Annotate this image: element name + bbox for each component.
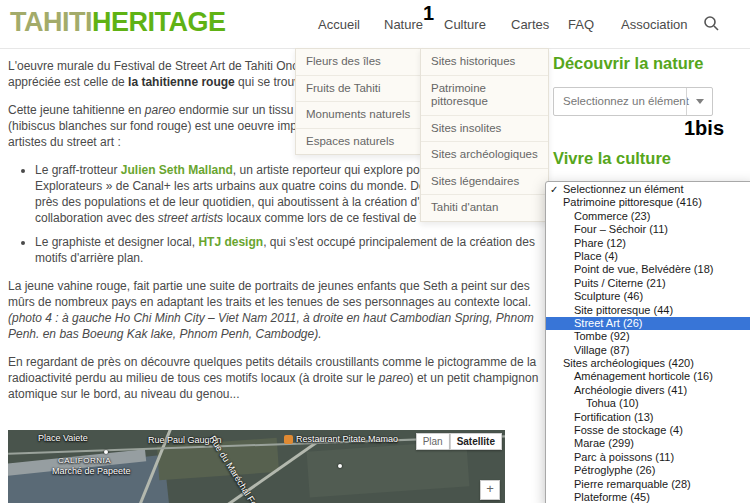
list-item-parc-a-poissons[interactable]: Parc à poissons (11) xyxy=(546,451,750,464)
page: TAHITIHERITAGE Accueil Nature Culture Ca… xyxy=(0,0,750,503)
list-item-puits-citerne[interactable]: Puits / Citerne (21) xyxy=(546,277,750,290)
menu-item-sites-legendaires[interactable]: Sites légendaires xyxy=(421,169,548,196)
map-marker-dot xyxy=(338,464,342,468)
menu-item-tahiti-dantan[interactable]: Tahiti d'antan xyxy=(421,195,548,221)
check-icon: ✓ xyxy=(550,183,558,196)
map-label-place-vaiete: Place Vaiete xyxy=(38,433,88,443)
search-icon[interactable] xyxy=(702,14,720,32)
map-label-california: CALIFORNIA xyxy=(58,456,111,465)
nature-select-arrow-zone[interactable] xyxy=(686,88,712,115)
annotation-step-1: 1 xyxy=(423,2,434,25)
nav-faq[interactable]: FAQ xyxy=(568,17,594,32)
list-item-tombe[interactable]: Tombe (92) xyxy=(546,330,750,343)
list-item-place[interactable]: Place (4) xyxy=(546,250,750,263)
heading-decouvrir-la-nature: Découvrir la nature xyxy=(553,54,703,73)
nav-accueil[interactable]: Accueil xyxy=(318,17,360,32)
paragraph-details: En regardant de près on découvre quelque… xyxy=(8,354,544,402)
map-poi-restaurant[interactable]: Restaurant Pitate Mamao xyxy=(284,434,398,444)
list-item-plateforme[interactable]: Plateforme (45) xyxy=(546,491,750,503)
map-zoom-in-button[interactable]: + xyxy=(480,480,500,500)
list-item-sites-archeologiques[interactable]: Sites archéologiques (420) xyxy=(546,357,750,370)
restaurant-pin-icon xyxy=(284,435,293,444)
list-item-four-sechoir[interactable]: Four – Séchoir (11) xyxy=(546,223,750,236)
map-view-toggle: Plan Satellite xyxy=(416,433,502,450)
list-item-patrimoine-pittoresque[interactable]: Patrimoine pittoresque (416) xyxy=(546,196,750,209)
list-item-default[interactable]: ✓Selectionnez un élément xyxy=(546,183,750,196)
site-logo[interactable]: TAHITIHERITAGE xyxy=(10,7,226,38)
list-item-commerce[interactable]: Commerce (23) xyxy=(546,210,750,223)
culture-select-list: ✓Selectionnez un élément Patrimoine pitt… xyxy=(545,181,750,503)
map-satellite-button[interactable]: Satellite xyxy=(450,433,502,450)
menu-item-sites-archeologiques[interactable]: Sites archéologiques xyxy=(421,142,548,169)
list-item-sculpture[interactable]: Sculpture (46) xyxy=(546,290,750,303)
list-item-petroglyphe[interactable]: Pétroglyphe (26) xyxy=(546,464,750,477)
nav-culture[interactable]: Culture xyxy=(444,17,486,32)
map-plan-button[interactable]: Plan xyxy=(416,433,450,450)
nature-dropdown-menu: Fleurs des îles Fruits de Tahiti Monumen… xyxy=(295,48,422,155)
heading-vivre-la-culture: Vivre la culture xyxy=(553,149,671,168)
list-item-tohua[interactable]: Tohua (10) xyxy=(546,397,750,410)
list-item-site-pittoresque[interactable]: Site pittoresque (44) xyxy=(546,304,750,317)
map-embed[interactable]: Place Vaiete Rue Paul Gauguin Restaurant… xyxy=(8,430,505,503)
nav-association[interactable]: Association xyxy=(621,17,687,32)
nav-cartes[interactable]: Cartes xyxy=(511,17,549,32)
paragraph-vahine: La jeune vahine rouge, fait partie une s… xyxy=(8,278,544,342)
menu-item-patrimoine-pittoresque[interactable]: Patrimoine pittoresque xyxy=(421,76,548,116)
nav-nature[interactable]: Nature xyxy=(384,17,423,32)
menu-item-sites-historiques[interactable]: Sites historiques xyxy=(421,49,548,76)
list-item-street-art[interactable]: Street Art (26) xyxy=(546,317,750,330)
menu-item-espaces-naturels[interactable]: Espaces naturels xyxy=(296,129,421,155)
map-label-marche-de-papeete: Marché de Papeete xyxy=(52,466,131,476)
list-item-marae[interactable]: Marae (299) xyxy=(546,437,750,450)
nature-select-value: Selectionnez un élément xyxy=(563,95,689,107)
list-item-fortification[interactable]: Fortification (13) xyxy=(546,411,750,424)
culture-dropdown-menu: Sites historiques Patrimoine pittoresque… xyxy=(420,48,549,222)
menu-item-fruits-de-tahiti[interactable]: Fruits de Tahiti xyxy=(296,76,421,103)
logo-tahiti: TAHITI xyxy=(10,7,92,37)
list-item-amenagement-horticole[interactable]: Aménagement horticole (16) xyxy=(546,370,750,383)
list-item-point-de-vue-belvedere[interactable]: Point de vue, Belvédère (18) xyxy=(546,263,750,276)
logo-heritage: HERITAGE xyxy=(92,7,226,37)
menu-item-fleurs-des-iles[interactable]: Fleurs des îles xyxy=(296,49,421,76)
nature-select[interactable]: Selectionnez un élément xyxy=(553,87,713,116)
menu-item-sites-insolites[interactable]: Sites insolites xyxy=(421,116,548,143)
annotation-step-1bis: 1bis xyxy=(684,117,724,140)
menu-item-monuments-naturels[interactable]: Monuments naturels xyxy=(296,102,421,129)
bullet-htj-design: Le graphiste et designer local, HTJ desi… xyxy=(35,234,544,266)
map-marker-dot xyxy=(104,450,108,454)
list-item-fosse-de-stockage[interactable]: Fosse de stockage (4) xyxy=(546,424,750,437)
list-item-archeologie-divers[interactable]: Archéologie divers (41) xyxy=(546,384,750,397)
chevron-down-icon xyxy=(696,99,704,104)
list-item-phare[interactable]: Phare (12) xyxy=(546,237,750,250)
site-header: TAHITIHERITAGE Accueil Nature Culture Ca… xyxy=(0,0,750,49)
list-item-pierre-remarquable[interactable]: Pierre remarquable (28) xyxy=(546,478,750,491)
list-item-village[interactable]: Village (87) xyxy=(546,344,750,357)
